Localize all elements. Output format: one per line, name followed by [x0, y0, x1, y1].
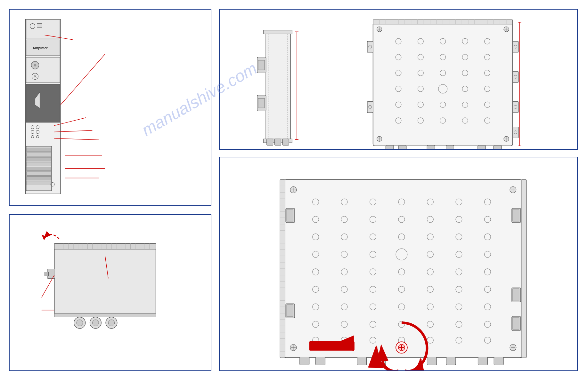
svg-rect-301 — [446, 357, 456, 365]
svg-rect-62 — [45, 272, 49, 276]
svg-rect-27 — [27, 172, 51, 176]
svg-rect-70 — [54, 313, 156, 317]
svg-rect-84 — [275, 139, 281, 145]
svg-rect-28 — [27, 177, 51, 180]
svg-rect-159 — [513, 71, 519, 83]
svg-rect-289 — [287, 305, 293, 317]
svg-rect-29 — [27, 181, 51, 185]
svg-rect-80 — [258, 60, 265, 70]
svg-line-32 — [61, 54, 105, 105]
svg-rect-172 — [446, 145, 454, 149]
svg-rect-83 — [267, 139, 273, 145]
svg-rect-161 — [513, 101, 519, 113]
svg-rect-3 — [37, 24, 42, 28]
svg-rect-25 — [27, 162, 51, 166]
svg-rect-77 — [264, 30, 292, 34]
svg-rect-295 — [513, 317, 519, 329]
svg-rect-165 — [367, 41, 373, 52]
svg-rect-174 — [494, 145, 502, 149]
panel-top-right — [219, 9, 578, 150]
svg-rect-173 — [478, 145, 486, 149]
svg-rect-26 — [27, 167, 51, 171]
svg-rect-309 — [309, 341, 355, 351]
svg-point-69 — [108, 320, 115, 326]
panel-top-left: Amplifier — [9, 9, 211, 206]
svg-rect-82 — [258, 98, 265, 108]
svg-rect-291 — [513, 209, 519, 221]
svg-rect-40 — [54, 243, 156, 249]
svg-rect-169 — [386, 145, 394, 149]
svg-point-65 — [77, 320, 83, 326]
svg-rect-85 — [282, 139, 289, 145]
svg-rect-300 — [427, 357, 437, 365]
svg-rect-303 — [494, 357, 503, 365]
svg-rect-287 — [287, 209, 293, 221]
svg-rect-74 — [265, 32, 290, 139]
svg-rect-170 — [398, 145, 406, 149]
svg-rect-293 — [513, 289, 519, 301]
svg-rect-24 — [27, 157, 51, 161]
svg-rect-302 — [478, 357, 488, 365]
panel-bottom-right — [219, 157, 578, 371]
svg-text:Amplifier: Amplifier — [33, 46, 48, 50]
svg-rect-171 — [427, 145, 435, 149]
svg-rect-23 — [27, 153, 51, 156]
svg-rect-167 — [367, 101, 373, 113]
svg-rect-22 — [27, 148, 51, 152]
svg-rect-13 — [26, 84, 60, 122]
svg-rect-6 — [26, 57, 60, 83]
svg-marker-63 — [42, 234, 46, 240]
svg-line-35 — [54, 138, 99, 140]
svg-rect-157 — [513, 41, 519, 52]
svg-point-8 — [34, 64, 37, 67]
svg-rect-210 — [521, 180, 527, 358]
svg-rect-92 — [373, 22, 513, 146]
page-container: manualshive.com Amplifier — [0, 0, 588, 380]
svg-rect-298 — [357, 357, 367, 365]
svg-rect-296 — [300, 357, 309, 365]
svg-rect-1 — [26, 20, 60, 39]
svg-point-67 — [92, 320, 99, 326]
svg-rect-297 — [316, 357, 325, 365]
panel-bottom-left — [9, 214, 211, 371]
svg-rect-163 — [513, 127, 519, 138]
